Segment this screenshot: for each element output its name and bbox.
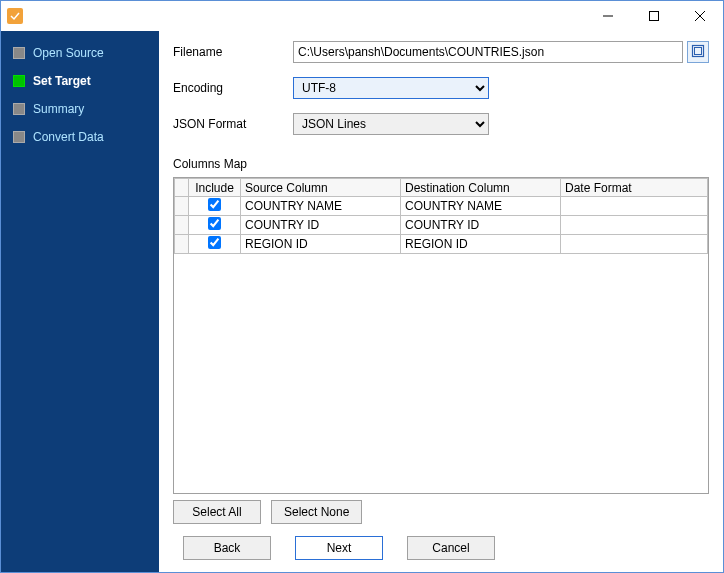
table-row[interactable]: COUNTRY IDCOUNTRY ID xyxy=(175,216,708,235)
filename-input[interactable] xyxy=(293,41,683,63)
cell-include xyxy=(189,197,241,216)
cell-source[interactable]: REGION ID xyxy=(241,235,401,254)
minimize-button[interactable] xyxy=(585,1,631,31)
include-checkbox[interactable] xyxy=(208,217,221,230)
table-row[interactable]: COUNTRY NAMECOUNTRY NAME xyxy=(175,197,708,216)
step-set-target[interactable]: Set Target xyxy=(5,67,159,95)
app-window: Open Source Set Target Summary Convert D… xyxy=(0,0,724,573)
cell-date-format[interactable] xyxy=(561,197,708,216)
step-label: Summary xyxy=(33,102,84,116)
cell-include xyxy=(189,235,241,254)
encoding-select[interactable]: UTF-8 xyxy=(293,77,489,99)
filename-row: Filename xyxy=(173,41,709,63)
svg-rect-5 xyxy=(695,47,702,54)
app-icon xyxy=(7,8,23,24)
select-all-button[interactable]: Select All xyxy=(173,500,261,524)
header-source[interactable]: Source Column xyxy=(241,179,401,197)
svg-rect-1 xyxy=(650,12,659,21)
main-panel: Filename Encoding UTF-8 JSON Format JSON… xyxy=(159,31,723,572)
json-format-row: JSON Format JSON Lines xyxy=(173,113,709,135)
columns-map-grid: Include Source Column Destination Column… xyxy=(173,177,709,494)
next-button[interactable]: Next xyxy=(295,536,383,560)
grid-corner xyxy=(175,179,189,197)
header-include[interactable]: Include xyxy=(189,179,241,197)
cancel-button[interactable]: Cancel xyxy=(407,536,495,560)
table-row[interactable]: REGION IDREGION ID xyxy=(175,235,708,254)
row-header[interactable] xyxy=(175,216,189,235)
include-checkbox[interactable] xyxy=(208,236,221,249)
step-label: Convert Data xyxy=(33,130,104,144)
step-node-icon xyxy=(13,47,25,59)
select-none-button[interactable]: Select None xyxy=(271,500,362,524)
cell-source[interactable]: COUNTRY ID xyxy=(241,216,401,235)
browse-icon xyxy=(691,44,705,61)
filename-label: Filename xyxy=(173,45,293,59)
encoding-row: Encoding UTF-8 xyxy=(173,77,709,99)
step-node-icon xyxy=(13,131,25,143)
json-format-label: JSON Format xyxy=(173,117,293,131)
maximize-button[interactable] xyxy=(631,1,677,31)
cell-include xyxy=(189,216,241,235)
step-convert-data[interactable]: Convert Data xyxy=(5,123,159,151)
include-checkbox[interactable] xyxy=(208,198,221,211)
step-open-source[interactable]: Open Source xyxy=(5,39,159,67)
grid-empty-area xyxy=(174,254,708,493)
cell-source[interactable]: COUNTRY NAME xyxy=(241,197,401,216)
nav-button-row: Back Next Cancel xyxy=(173,536,709,560)
step-label: Set Target xyxy=(33,74,91,88)
encoding-label: Encoding xyxy=(173,81,293,95)
cell-destination[interactable]: COUNTRY ID xyxy=(401,216,561,235)
close-button[interactable] xyxy=(677,1,723,31)
json-format-select[interactable]: JSON Lines xyxy=(293,113,489,135)
browse-button[interactable] xyxy=(687,41,709,63)
row-header[interactable] xyxy=(175,197,189,216)
select-button-row: Select All Select None xyxy=(173,500,709,524)
titlebar xyxy=(1,1,723,31)
step-label: Open Source xyxy=(33,46,104,60)
back-button[interactable]: Back xyxy=(183,536,271,560)
row-header[interactable] xyxy=(175,235,189,254)
step-summary[interactable]: Summary xyxy=(5,95,159,123)
cell-destination[interactable]: COUNTRY NAME xyxy=(401,197,561,216)
cell-date-format[interactable] xyxy=(561,216,708,235)
step-node-icon xyxy=(13,103,25,115)
header-date-format[interactable]: Date Format xyxy=(561,179,708,197)
wizard-sidebar: Open Source Set Target Summary Convert D… xyxy=(1,31,159,572)
cell-destination[interactable]: REGION ID xyxy=(401,235,561,254)
columns-map-label: Columns Map xyxy=(173,157,709,171)
header-destination[interactable]: Destination Column xyxy=(401,179,561,197)
grid-header-row: Include Source Column Destination Column… xyxy=(175,179,708,197)
step-node-icon xyxy=(13,75,25,87)
cell-date-format[interactable] xyxy=(561,235,708,254)
